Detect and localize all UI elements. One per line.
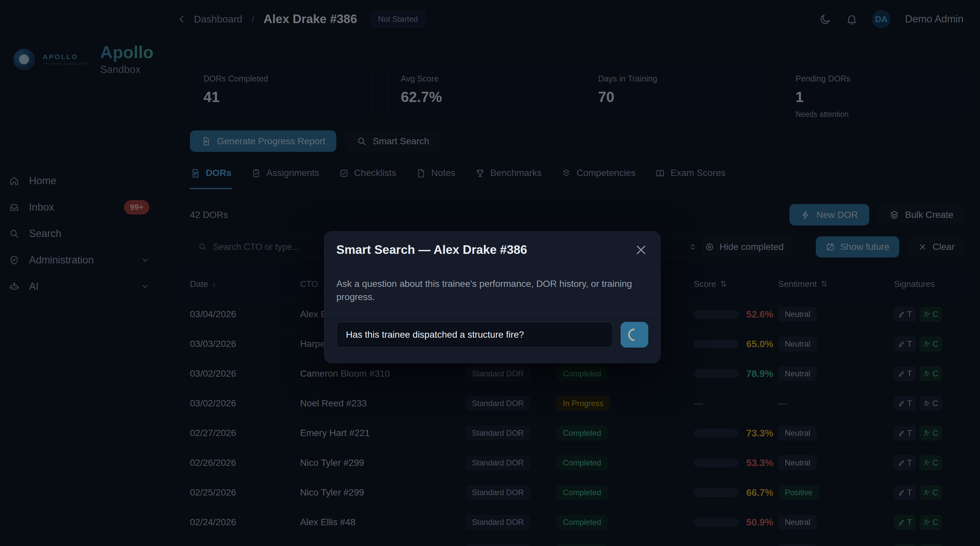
loading-spinner-icon (625, 326, 643, 344)
modal-title: Smart Search — Alex Drake #386 (336, 243, 527, 257)
submit-question-button[interactable] (620, 322, 648, 348)
smart-search-question-input[interactable] (336, 322, 613, 348)
modal-footer (325, 314, 660, 356)
modal-header: Smart Search — Alex Drake #386 (325, 232, 660, 268)
close-icon[interactable] (634, 243, 648, 257)
modal-description: Ask a question about this trainee's perf… (325, 268, 660, 314)
smart-search-modal: Smart Search — Alex Drake #386 Ask a que… (324, 231, 660, 363)
